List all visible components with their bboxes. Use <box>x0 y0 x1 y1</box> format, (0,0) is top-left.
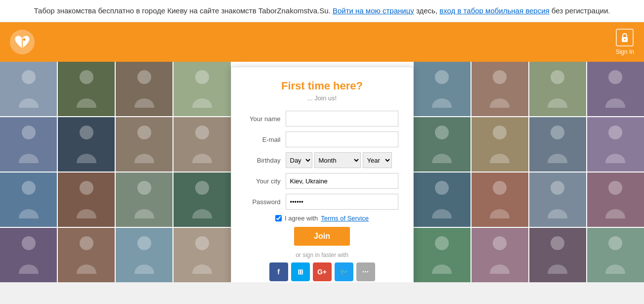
email-input[interactable] <box>286 131 398 147</box>
svg-point-33 <box>493 236 507 250</box>
city-input[interactable] <box>286 173 398 189</box>
photo-cell <box>587 117 644 172</box>
year-select[interactable]: Year 200520001995 199019851980 197519701… <box>363 152 392 168</box>
tos-link[interactable]: Terms of Service <box>321 215 369 222</box>
svg-point-23 <box>608 70 622 84</box>
svg-point-28 <box>435 181 449 195</box>
lock-icon <box>616 29 634 46</box>
birthday-selects: Day 12345 678910 1112131415 1617181920 2… <box>286 152 392 168</box>
banner-link-login[interactable]: Войти на мою страницу <box>333 6 414 15</box>
photo-cell <box>414 173 471 227</box>
svg-point-19 <box>195 236 209 250</box>
photo-cell <box>58 117 115 172</box>
header-logo <box>10 30 35 54</box>
microsoft-icon: ⊞ <box>298 268 303 276</box>
svg-point-13 <box>80 181 93 195</box>
password-label: Password <box>246 198 286 206</box>
name-row: Your name <box>246 111 398 127</box>
photo-cell <box>472 62 528 116</box>
svg-point-24 <box>435 126 449 139</box>
or-signin-text: or sign in faster with <box>246 252 398 259</box>
password-input[interactable] <box>286 194 398 210</box>
month-select[interactable]: Month JanuaryFebruaryMarch AprilMayJune … <box>314 152 361 168</box>
birthday-label: Birthday <box>246 157 286 164</box>
svg-point-14 <box>137 181 151 195</box>
photo-cell <box>173 228 230 282</box>
form-title: First time here? <box>246 80 398 92</box>
photo-cell <box>0 117 57 172</box>
svg-point-9 <box>80 126 93 139</box>
svg-point-10 <box>137 126 151 139</box>
photo-cell <box>58 62 115 116</box>
photo-cell <box>529 62 586 116</box>
day-select[interactable]: Day 12345 678910 1112131415 1617181920 2… <box>286 152 312 168</box>
email-label: E-mail <box>246 136 286 143</box>
city-label: Your city <box>246 177 286 185</box>
svg-point-34 <box>551 236 564 250</box>
photo-cell <box>472 117 528 172</box>
photo-cell <box>472 228 528 282</box>
agree-row: I agree with Terms of Service <box>246 215 398 222</box>
photo-cell <box>173 62 230 116</box>
photo-cell <box>472 173 528 227</box>
svg-point-22 <box>551 70 564 84</box>
facebook-button[interactable]: f <box>269 262 288 281</box>
svg-point-27 <box>608 126 622 139</box>
svg-point-32 <box>435 236 449 250</box>
svg-point-7 <box>195 70 209 84</box>
main-content: First time here? ... Join us! Your name … <box>0 62 644 282</box>
svg-point-6 <box>137 70 151 84</box>
more-social-button[interactable]: ··· <box>356 262 375 281</box>
photo-cell <box>414 62 471 116</box>
photo-cell <box>587 228 644 282</box>
svg-point-16 <box>22 236 36 250</box>
agree-checkbox[interactable] <box>275 215 282 221</box>
join-button[interactable]: Join <box>294 227 350 246</box>
svg-point-30 <box>551 181 564 195</box>
svg-point-4 <box>22 70 36 84</box>
microsoft-button[interactable]: ⊞ <box>291 262 310 281</box>
photo-cell <box>0 228 57 282</box>
header: Sign In <box>0 22 644 62</box>
signin-button[interactable]: Sign In <box>616 29 634 55</box>
form-subtitle: ... Join us! <box>246 94 398 102</box>
registration-form: First time here? ... Join us! Your name … <box>231 67 414 282</box>
svg-point-17 <box>80 236 93 250</box>
birthday-row: Birthday Day 12345 678910 1112131415 161… <box>246 152 398 168</box>
photo-cell <box>116 228 172 282</box>
svg-point-26 <box>551 126 564 139</box>
svg-point-31 <box>608 181 622 195</box>
photo-cell <box>58 228 115 282</box>
photo-cell <box>116 173 172 227</box>
banner-text: Табор знакомства бесплатно в городе Киев… <box>34 6 610 15</box>
photo-grid-right <box>414 62 644 282</box>
svg-point-12 <box>22 181 36 195</box>
email-row: E-mail <box>246 131 398 147</box>
svg-point-15 <box>195 181 209 195</box>
svg-point-11 <box>195 126 209 139</box>
photo-cell <box>414 117 471 172</box>
name-label: Your name <box>246 115 286 123</box>
more-icon: ··· <box>362 267 369 276</box>
svg-point-3 <box>624 39 626 41</box>
svg-point-25 <box>493 126 507 139</box>
social-icons: f ⊞ G+ 🐦 ··· <box>246 262 398 281</box>
googleplus-icon: G+ <box>317 268 327 276</box>
photo-cell <box>529 117 586 172</box>
banner-link-mobile[interactable]: вход в табор мобильная версия <box>439 6 549 15</box>
facebook-icon: f <box>277 268 280 276</box>
svg-point-21 <box>493 70 507 84</box>
photo-cell <box>587 62 644 116</box>
photo-cell <box>0 173 57 227</box>
svg-point-20 <box>435 70 449 84</box>
signin-label: Sign In <box>616 48 634 55</box>
twitter-button[interactable]: 🐦 <box>335 262 353 281</box>
name-input[interactable] <box>286 111 398 127</box>
photo-grid-left <box>0 62 231 282</box>
photo-cell <box>173 117 230 172</box>
googleplus-button[interactable]: G+ <box>313 262 332 281</box>
photo-cell <box>173 173 230 227</box>
photo-cell <box>587 173 644 227</box>
photo-cell <box>0 62 57 116</box>
photo-cell <box>116 62 172 116</box>
